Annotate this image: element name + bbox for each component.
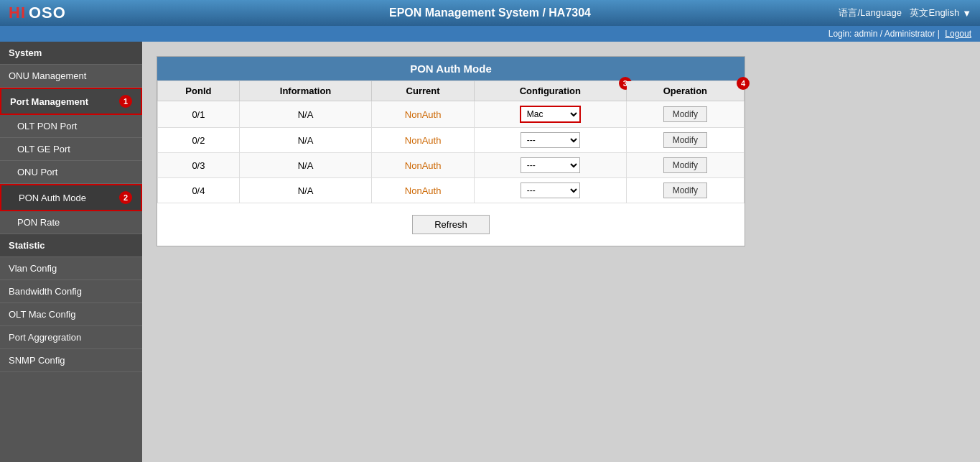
- col-current: Current: [372, 81, 475, 101]
- logo-oso: OSO: [29, 4, 66, 22]
- modify-button-4[interactable]: Modify: [663, 183, 707, 198]
- refresh-section: Refresh: [157, 203, 745, 246]
- config-select-4[interactable]: --- Mac Loid Password: [521, 183, 580, 198]
- language-value: 英文English: [910, 6, 959, 19]
- sidebar-item-port-management-wrapper: Port Management 1: [0, 88, 142, 115]
- config-select-2[interactable]: --- Mac Loid Password: [521, 132, 580, 148]
- modify-button-1[interactable]: Modify: [663, 106, 707, 122]
- pon-auth-mode-panel: PON Auth Mode PonId Information Current …: [157, 56, 745, 246]
- sidebar-item-olt-mac-config[interactable]: OLT Mac Config: [0, 303, 142, 326]
- sidebar-item-vlan-config[interactable]: Vlan Config: [0, 257, 142, 280]
- logout-link[interactable]: Logout: [945, 29, 971, 39]
- chevron-down-icon: ▼: [962, 8, 971, 19]
- sidebar-item-pon-auth-mode[interactable]: PON Auth Mode 2: [0, 184, 142, 211]
- cell-info-1: N/A: [239, 101, 371, 128]
- sidebar-item-pon-rate[interactable]: PON Rate: [0, 211, 142, 234]
- sidebar-item-bandwidth-config[interactable]: Bandwidth Config: [0, 280, 142, 303]
- cell-info-4: N/A: [239, 178, 371, 203]
- table-header-row: PonId Information Current Configuration …: [158, 81, 745, 101]
- sidebar-item-onu-port[interactable]: ONU Port: [0, 161, 142, 184]
- badge-1: 1: [119, 95, 132, 108]
- col-pon-id: PonId: [158, 81, 240, 101]
- table-row: 0/2 N/A NonAuth --- Mac Loid Password: [158, 128, 745, 153]
- language-label: 语言/Language: [839, 6, 901, 19]
- sidebar-item-olt-pon-port[interactable]: OLT PON Port: [0, 115, 142, 138]
- cell-info-3: N/A: [239, 153, 371, 178]
- col-information: Information: [239, 81, 371, 101]
- cell-config-3: --- Mac Loid Password: [474, 153, 626, 178]
- cell-pon-id-2: 0/2: [158, 128, 240, 153]
- cell-pon-id-3: 0/3: [158, 153, 240, 178]
- config-select-3[interactable]: --- Mac Loid Password: [521, 157, 580, 173]
- logo-text: HIOSO: [9, 4, 66, 22]
- cell-op-1: Modify: [626, 101, 744, 128]
- modify-button-3[interactable]: Modify: [663, 157, 707, 173]
- cell-config-2: --- Mac Loid Password: [474, 128, 626, 153]
- pon-auth-table: PonId Information Current Configuration …: [157, 80, 745, 203]
- content-area: PON Auth Mode PonId Information Current …: [142, 42, 980, 462]
- table-row: 0/4 N/A NonAuth --- Mac Loid Password: [158, 178, 745, 203]
- cell-current-4: NonAuth: [372, 178, 475, 203]
- sidebar-item-statistic[interactable]: Statistic: [0, 234, 142, 257]
- language-selector[interactable]: 语言/Language 英文English ▼: [839, 6, 971, 19]
- sidebar-item-olt-ge-port[interactable]: OLT GE Port: [0, 138, 142, 161]
- modify-button-2[interactable]: Modify: [663, 132, 707, 148]
- col-operation: Operation 4: [626, 81, 744, 101]
- sidebar-item-system[interactable]: System: [0, 42, 142, 65]
- header-right: 语言/Language 英文English ▼: [839, 6, 971, 19]
- cell-current-1: NonAuth: [372, 101, 475, 128]
- badge-4: 4: [737, 77, 750, 90]
- cell-op-3: Modify: [626, 153, 744, 178]
- logo: HIOSO: [9, 4, 66, 22]
- table-row: 0/1 N/A NonAuth Mac --- Loid Password: [158, 101, 745, 128]
- sidebar-item-onu-management[interactable]: ONU Management: [0, 65, 142, 88]
- cell-current-2: NonAuth: [372, 128, 475, 153]
- login-info: Login: admin / Administrator: [829, 29, 935, 39]
- table-row: 0/3 N/A NonAuth --- Mac Loid Password: [158, 153, 745, 178]
- cell-current-3: NonAuth: [372, 153, 475, 178]
- cell-config-1: Mac --- Loid Password: [474, 101, 626, 128]
- cell-op-2: Modify: [626, 128, 744, 153]
- cell-pon-id-4: 0/4: [158, 178, 240, 203]
- pon-auth-mode-title: PON Auth Mode: [157, 57, 745, 80]
- cell-info-2: N/A: [239, 128, 371, 153]
- main-layout: System ONU Management Port Management 1 …: [0, 42, 980, 462]
- cell-config-4: --- Mac Loid Password: [474, 178, 626, 203]
- col-configuration: Configuration 3: [474, 81, 626, 101]
- sidebar-item-snmp-config[interactable]: SNMP Config: [0, 349, 142, 372]
- logo-hi: HI: [9, 4, 26, 22]
- page-title: EPON Management System / HA7304: [389, 6, 591, 19]
- sidebar: System ONU Management Port Management 1 …: [0, 42, 142, 462]
- sidebar-item-port-aggregration[interactable]: Port Aggregration: [0, 326, 142, 349]
- badge-2: 2: [119, 191, 132, 204]
- refresh-button[interactable]: Refresh: [412, 215, 490, 234]
- sidebar-item-port-management[interactable]: Port Management 1: [0, 88, 142, 115]
- cell-op-4: Modify: [626, 178, 744, 203]
- config-select-1[interactable]: Mac --- Loid Password: [520, 106, 581, 123]
- header-bottom: Login: admin / Administrator | Logout: [0, 26, 980, 42]
- header-top: HIOSO EPON Management System / HA7304 语言…: [0, 0, 980, 26]
- cell-pon-id-1: 0/1: [158, 101, 240, 128]
